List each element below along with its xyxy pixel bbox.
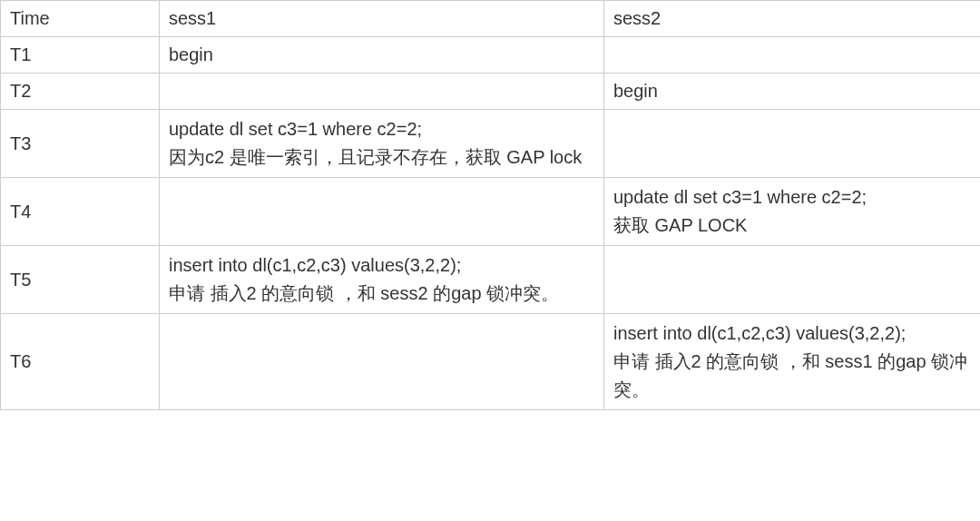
cell-sess1: insert into dl(c1,c2,c3) values(3,2,2);申… [160,246,604,314]
table-row: T2 begin [1,74,981,110]
cell-sess2 [604,246,981,314]
cell-time: T6 [1,314,160,410]
table-header-row: Time sess1 sess2 [1,1,981,37]
cell-sess2: update dl set c3=1 where c2=2;获取 GAP LOC… [604,178,981,246]
cell-sess1 [160,178,604,246]
cell-time: T1 [1,37,160,74]
cell-sess1 [160,74,604,110]
table-row: T4 update dl set c3=1 where c2=2;获取 GAP … [1,178,981,246]
cell-time: T3 [1,110,160,178]
cell-sess1: update dl set c3=1 where c2=2;因为c2 是唯一索引… [160,110,604,178]
cell-sess2: begin [604,74,981,110]
cell-sess1 [160,314,604,410]
header-time: Time [1,1,160,37]
header-sess1: sess1 [160,1,604,37]
table-row: T6 insert into dl(c1,c2,c3) values(3,2,2… [1,314,981,410]
cell-time: T5 [1,246,160,314]
cell-sess2 [604,37,981,74]
cell-time: T4 [1,178,160,246]
deadlock-timeline-table: Time sess1 sess2 T1 begin T2 begin T3 up… [0,0,980,410]
cell-sess2: insert into dl(c1,c2,c3) values(3,2,2);申… [604,314,981,410]
cell-time: T2 [1,74,160,110]
cell-sess2 [604,110,981,178]
header-sess2: sess2 [604,1,981,37]
table-row: T1 begin [1,37,981,74]
table-row: T3 update dl set c3=1 where c2=2;因为c2 是唯… [1,110,981,178]
table-row: T5 insert into dl(c1,c2,c3) values(3,2,2… [1,246,981,314]
cell-sess1: begin [160,37,604,74]
